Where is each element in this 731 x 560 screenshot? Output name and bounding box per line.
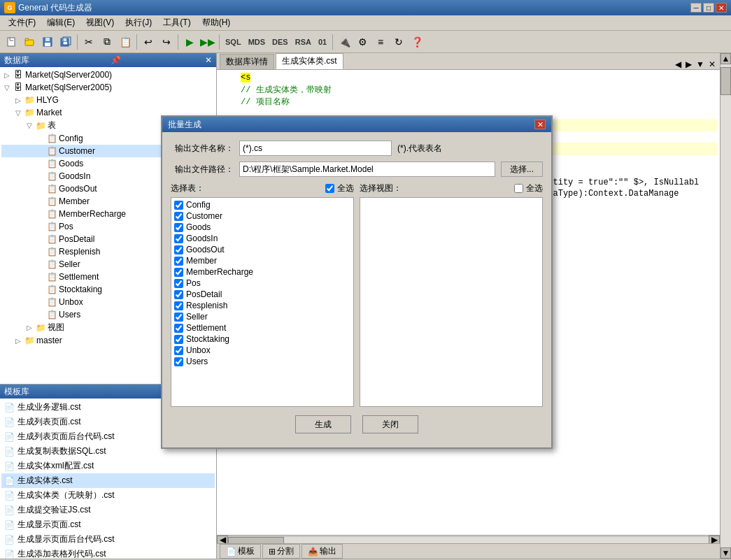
tpl-item-4[interactable]: 📄 生成实体xml配置.cst xyxy=(1,459,215,473)
expander-market2005[interactable]: ▽ xyxy=(1,82,13,93)
tab-close-button[interactable]: ✕ xyxy=(707,59,717,69)
tab-dropdown-button[interactable]: ▼ xyxy=(695,59,706,69)
table-list-item-settlement[interactable]: Settlement xyxy=(173,322,352,333)
cut-button[interactable]: ✂ xyxy=(80,34,97,50)
tree-item-market2005[interactable]: ▽ 🗄 Market(SqlServer2005) xyxy=(1,81,215,94)
expander-customer[interactable] xyxy=(35,145,46,157)
menu-edit[interactable]: 编辑(E) xyxy=(41,15,80,30)
table-list-item-goodsout[interactable]: GoodsOut xyxy=(173,244,352,255)
minimize-button[interactable]: ─ xyxy=(690,3,702,13)
close-button[interactable]: ✕ xyxy=(716,3,727,13)
table-list-item-stocktaking[interactable]: Stocktaking xyxy=(173,333,352,345)
menu-view[interactable]: 视图(V) xyxy=(80,15,120,30)
expander-posdetail[interactable] xyxy=(35,234,46,245)
h-scrollbar[interactable]: ◀ ▶ xyxy=(217,535,720,543)
output-file-input[interactable] xyxy=(239,141,392,156)
table-list-item-posdetail[interactable]: PosDetail xyxy=(173,289,352,300)
open-button[interactable] xyxy=(21,34,38,50)
table-list-item-config[interactable]: Config xyxy=(173,199,352,210)
menu-help[interactable]: 帮助(H) xyxy=(197,15,236,30)
choose-path-button[interactable]: 选择... xyxy=(501,161,543,177)
new-button[interactable] xyxy=(3,34,20,50)
copy-button[interactable]: ⧉ xyxy=(99,34,115,50)
tpl-item-5[interactable]: 📄 生成实体类.cst xyxy=(1,473,215,488)
tpl-item-8[interactable]: 📄 生成显示页面.cst xyxy=(1,517,215,532)
refresh-button[interactable]: ↻ xyxy=(390,34,407,50)
menu-file[interactable]: 文件(F) xyxy=(3,15,41,30)
tab-prev-button[interactable]: ◀ xyxy=(674,59,683,69)
tree-item-market2000[interactable]: ▷ 🗄 Market(SqlServer2000) xyxy=(1,69,215,81)
expander-master[interactable]: ▷ xyxy=(13,335,24,346)
select-all-table-checkbox[interactable] xyxy=(325,184,334,193)
checkbox-member[interactable] xyxy=(174,257,183,266)
tab-db-detail[interactable]: 数据库详情 xyxy=(220,54,274,69)
tree-item-hlyg[interactable]: ▷ 📁 HLYG xyxy=(1,94,215,106)
expander-stocktaking[interactable] xyxy=(35,284,46,295)
expander-tables[interactable]: ▽ xyxy=(24,120,35,131)
table-list-item-users[interactable]: Users xyxy=(173,356,352,367)
checkbox-users[interactable] xyxy=(174,357,183,366)
select-all-view-checkbox[interactable] xyxy=(514,184,523,193)
checkbox-seller[interactable] xyxy=(174,313,183,322)
tab-entity-class[interactable]: 生成实体类.cst xyxy=(276,53,343,69)
db-connect-button[interactable]: 🔌 xyxy=(336,34,353,50)
scroll-right-button[interactable]: ▶ xyxy=(709,536,720,544)
expander-member[interactable] xyxy=(35,196,46,207)
h-scroll-thumb[interactable] xyxy=(228,537,284,544)
scroll-left-button[interactable]: ◀ xyxy=(217,536,228,544)
table-list-item-pos[interactable]: Pos xyxy=(173,278,352,289)
table-list-item-memberrecharge[interactable]: MemberRecharge xyxy=(173,266,352,278)
table-list[interactable]: Config Customer Goods GoodsIn xyxy=(171,197,354,407)
menu-tools[interactable]: 工具(T) xyxy=(157,15,196,30)
table-list-item-unbox[interactable]: Unbox xyxy=(173,345,352,356)
tpl-item-10[interactable]: 📄 生成添加表格列代码.cst xyxy=(1,547,215,559)
expander-pos[interactable] xyxy=(35,221,46,232)
output-tab-button[interactable]: 📤 输出 xyxy=(301,544,343,559)
view-list[interactable] xyxy=(360,197,543,407)
menu-run[interactable]: 执行(J) xyxy=(120,15,157,30)
expander-config[interactable] xyxy=(35,133,46,144)
dialog-close-button[interactable]: ✕ xyxy=(534,120,546,129)
db-panel-close[interactable]: ✕ xyxy=(205,55,212,65)
expander-goodsin[interactable] xyxy=(35,171,46,182)
checkbox-pos[interactable] xyxy=(174,279,183,288)
checkbox-unbox[interactable] xyxy=(174,346,183,355)
redo-button[interactable]: ↪ xyxy=(158,34,175,50)
table-list-item-customer[interactable]: Customer xyxy=(173,210,352,222)
table-list-item-resplenish[interactable]: Resplenish xyxy=(173,300,352,311)
checkbox-posdetail[interactable] xyxy=(174,290,183,299)
scroll-up-button[interactable]: ▲ xyxy=(721,53,731,64)
v-scroll-thumb[interactable] xyxy=(721,67,731,95)
tpl-item-7[interactable]: 📄 生成提交验证JS.cst xyxy=(1,503,215,517)
tpl-item-9[interactable]: 📄 生成显示页面后台代码.cst xyxy=(1,532,215,547)
db-panel-pin[interactable]: 📌 xyxy=(111,55,121,65)
expander-goods[interactable] xyxy=(35,158,46,169)
checkbox-config[interactable] xyxy=(174,201,183,210)
paste-button[interactable]: 📋 xyxy=(117,34,134,50)
undo-button[interactable]: ↩ xyxy=(140,34,157,50)
tpl-item-6[interactable]: 📄 生成实体类（无映射）.cst xyxy=(1,488,215,503)
table-list-item-goodsin[interactable]: GoodsIn xyxy=(173,233,352,244)
expander-market2000[interactable]: ▷ xyxy=(1,69,13,80)
dialog-close-footer-button[interactable]: 关闭 xyxy=(362,415,418,433)
settings-button[interactable]: ⚙ xyxy=(354,34,371,50)
template-tab-button[interactable]: 📄 模板 xyxy=(220,544,261,559)
expander-resplenish[interactable] xyxy=(35,246,46,257)
checkbox-memberrecharge[interactable] xyxy=(174,268,183,277)
maximize-button[interactable]: □ xyxy=(703,3,714,13)
v-scrollbar[interactable]: ▲ ▼ xyxy=(720,53,731,559)
scroll-down-button[interactable]: ▼ xyxy=(721,547,731,559)
table-list-item-seller[interactable]: Seller xyxy=(173,311,352,322)
run-button[interactable]: ▶ xyxy=(181,34,198,50)
checkbox-resplenish[interactable] xyxy=(174,301,183,310)
expander-unbox[interactable] xyxy=(35,296,46,308)
expander-seller[interactable] xyxy=(35,259,46,270)
expander-hlyg[interactable]: ▷ xyxy=(13,94,24,106)
split-tab-button[interactable]: ⊞ 分割 xyxy=(262,544,300,559)
checkbox-customer[interactable] xyxy=(174,212,183,221)
generate-button[interactable]: 生成 xyxy=(295,415,351,433)
run-all-button[interactable]: ▶▶ xyxy=(199,34,216,50)
table-list-item-goods[interactable]: Goods xyxy=(173,222,352,233)
checkbox-goods[interactable] xyxy=(174,223,183,232)
output-path-input[interactable] xyxy=(239,161,495,177)
